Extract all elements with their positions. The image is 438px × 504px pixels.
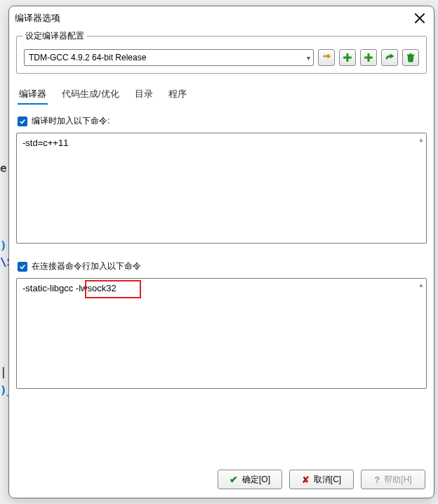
scroll-up-icon: ▲ bbox=[418, 281, 425, 289]
tab-bar: 编译器 代码生成/优化 目录 程序 bbox=[16, 81, 427, 105]
tab-programs[interactable]: 程序 bbox=[167, 85, 188, 105]
compiler-config-group: 设定编译器配置 TDM-GCC 4.9.2 64-bit Release ▾ bbox=[16, 36, 427, 74]
add-linker-commands-label: 在连接器命令行加入以下命令 bbox=[32, 260, 141, 272]
cancel-button-label: 取消[C] bbox=[314, 474, 341, 486]
group-legend: 设定编译器配置 bbox=[22, 30, 87, 42]
add-compile-commands-row: 编译时加入以下命令: bbox=[18, 115, 427, 127]
add-compile-commands-checkbox[interactable] bbox=[18, 117, 27, 126]
add-linker-commands-checkbox[interactable] bbox=[18, 262, 27, 272]
titlebar: 编译器选项 bbox=[9, 6, 434, 29]
help-button-label: 帮助[H] bbox=[384, 474, 411, 486]
plus-icon bbox=[343, 53, 352, 62]
crop-artifact: | bbox=[0, 365, 7, 378]
window-title: 编译器选项 bbox=[15, 12, 60, 25]
help-button[interactable]: ? 帮助[H] bbox=[361, 470, 425, 489]
tab-codegen-optimize[interactable]: 代码生成/优化 bbox=[60, 85, 121, 105]
cancel-button[interactable]: ✘ 取消[C] bbox=[289, 470, 354, 489]
question-icon: ? bbox=[374, 475, 380, 485]
linker-commands-field[interactable] bbox=[17, 279, 416, 388]
scrollbar[interactable]: ▲ bbox=[416, 133, 426, 243]
scroll-up-icon: ▲ bbox=[418, 136, 425, 143]
compile-commands-field[interactable] bbox=[17, 133, 416, 243]
crop-artifact: e bbox=[0, 161, 7, 175]
compile-commands-field-wrap: ▲ bbox=[16, 133, 427, 244]
tab-compiler[interactable]: 编译器 bbox=[18, 85, 48, 105]
scrollbar[interactable]: ▲ bbox=[416, 279, 426, 388]
swap-icon bbox=[321, 53, 331, 62]
combo-value: TDM-GCC 4.9.2 64-bit Release bbox=[29, 53, 146, 62]
add-compiler-button-1[interactable] bbox=[339, 49, 356, 66]
linker-commands-field-wrap: ▲ bbox=[16, 278, 427, 389]
add-linker-commands-row: 在连接器命令行加入以下命令 bbox=[18, 260, 427, 272]
button-bar: ✔ 确定[O] ✘ 取消[C] ? 帮助[H] bbox=[16, 463, 427, 491]
svg-rect-7 bbox=[410, 53, 412, 55]
add-compile-commands-label: 编译时加入以下命令: bbox=[32, 115, 109, 127]
trash-icon bbox=[406, 53, 416, 62]
check-icon: ✔ bbox=[230, 474, 238, 485]
svg-rect-5 bbox=[364, 57, 373, 59]
check-icon bbox=[19, 263, 26, 270]
crop-artifact: ) bbox=[0, 239, 7, 252]
swap-button[interactable] bbox=[318, 49, 335, 66]
close-icon bbox=[414, 13, 425, 24]
ok-button-label: 确定[O] bbox=[242, 474, 270, 486]
check-icon bbox=[19, 118, 26, 125]
x-icon: ✘ bbox=[302, 475, 310, 485]
plus-icon bbox=[364, 53, 373, 62]
svg-rect-3 bbox=[343, 57, 352, 59]
rename-compiler-button[interactable] bbox=[381, 49, 398, 66]
delete-compiler-button[interactable] bbox=[402, 49, 419, 66]
ok-button[interactable]: ✔ 确定[O] bbox=[218, 470, 282, 489]
close-button[interactable] bbox=[414, 13, 425, 24]
compiler-options-dialog: 编译器选项 设定编译器配置 TDM-GCC 4.9.2 64-bit Relea… bbox=[8, 6, 434, 498]
tab-directories[interactable]: 目录 bbox=[133, 85, 154, 105]
forward-arrow-icon bbox=[385, 53, 394, 62]
compiler-set-combo[interactable]: TDM-GCC 4.9.2 64-bit Release ▾ bbox=[24, 49, 314, 66]
add-compiler-button-2[interactable] bbox=[360, 49, 377, 66]
chevron-down-icon: ▾ bbox=[307, 54, 310, 62]
